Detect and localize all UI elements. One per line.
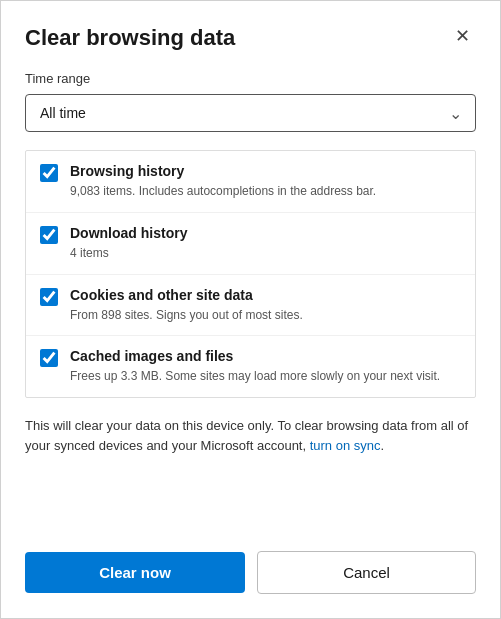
download-history-content: Download history 4 items <box>70 225 461 262</box>
cached-images-checkbox[interactable] <box>40 349 58 367</box>
download-history-desc: 4 items <box>70 246 109 260</box>
time-range-select[interactable]: Last hour Last 24 hours Last 7 days Last… <box>25 94 476 132</box>
list-item: Browsing history 9,083 items. Includes a… <box>26 151 475 213</box>
cancel-button[interactable]: Cancel <box>257 551 476 594</box>
cookies-content: Cookies and other site data From 898 sit… <box>70 287 461 324</box>
cookies-checkbox[interactable] <box>40 288 58 306</box>
browsing-history-checkbox[interactable] <box>40 164 58 182</box>
download-history-label[interactable]: Download history <box>70 225 461 241</box>
cached-images-label[interactable]: Cached images and files <box>70 348 461 364</box>
button-row: Clear now Cancel <box>25 551 476 594</box>
download-history-checkbox[interactable] <box>40 226 58 244</box>
cookies-desc: From 898 sites. Signs you out of most si… <box>70 308 303 322</box>
clear-browsing-data-dialog: Clear browsing data ✕ Time range Last ho… <box>0 0 501 619</box>
list-item: Download history 4 items <box>26 213 475 275</box>
cached-images-desc: Frees up 3.3 MB. Some sites may load mor… <box>70 369 440 383</box>
browsing-history-desc: 9,083 items. Includes autocompletions in… <box>70 184 376 198</box>
close-button[interactable]: ✕ <box>449 25 476 47</box>
info-text-before-link: This will clear your data on this device… <box>25 418 468 453</box>
info-text: This will clear your data on this device… <box>25 416 476 531</box>
browsing-history-label[interactable]: Browsing history <box>70 163 461 179</box>
info-text-after-link: . <box>381 438 385 453</box>
browsing-history-content: Browsing history 9,083 items. Includes a… <box>70 163 461 200</box>
list-item: Cached images and files Frees up 3.3 MB.… <box>26 336 475 397</box>
dialog-header: Clear browsing data ✕ <box>25 25 476 51</box>
clear-now-button[interactable]: Clear now <box>25 552 245 593</box>
cookies-label[interactable]: Cookies and other site data <box>70 287 461 303</box>
list-item: Cookies and other site data From 898 sit… <box>26 275 475 337</box>
time-range-select-wrapper: Last hour Last 24 hours Last 7 days Last… <box>25 94 476 132</box>
cached-images-content: Cached images and files Frees up 3.3 MB.… <box>70 348 461 385</box>
dialog-title: Clear browsing data <box>25 25 235 51</box>
turn-on-sync-link[interactable]: turn on sync <box>310 438 381 453</box>
time-range-label: Time range <box>25 71 476 86</box>
checkboxes-container: Browsing history 9,083 items. Includes a… <box>25 150 476 398</box>
